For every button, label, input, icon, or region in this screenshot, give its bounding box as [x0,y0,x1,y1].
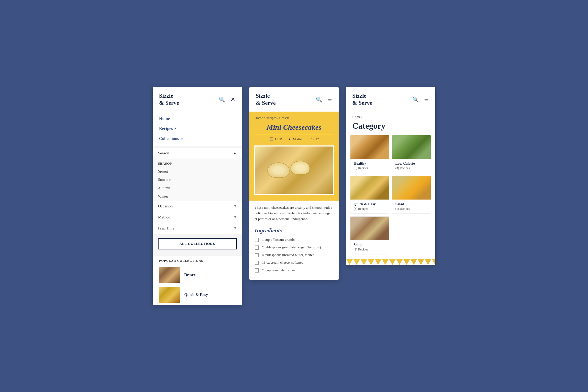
healthy-name: Healthy [354,161,386,166]
recipe-breadcrumb: Home / Recipes / Dessert [255,116,333,120]
recipe-body: These mini cheesecakes are creamy and sm… [249,201,339,280]
popular-item-dessert-name: Dessert [184,273,197,277]
popular-collections: POPULAR COLLECTIONS Dessert Quick & Easy [153,256,242,305]
soup-image [350,217,389,240]
category-search-icon[interactable]: 🔍 [412,96,419,103]
ingredient-checkbox-1[interactable] [255,238,259,242]
dessert-thumbnail [159,267,180,283]
category-card-healthy[interactable]: Healthy (3) Recipes [350,135,389,173]
popular-item-quick-easy[interactable]: Quick & Easy [153,285,242,305]
nav-item-home[interactable]: Home [153,114,242,124]
salad-name: Salad [395,202,428,206]
healthy-info: Healthy (3) Recipes [350,159,389,173]
popular-item-quick-easy-name: Quick & Easy [184,292,208,297]
recipe-header: Sizzle & Serve 🔍 ☰ [249,87,339,112]
recipe-description: These mini cheesecakes are creamy and sm… [255,205,333,222]
cheesecake-image [255,147,333,194]
ingredient-checkbox-2[interactable] [255,245,259,250]
season-items: SEASON Spring Summer Autumn Winter [153,159,242,201]
collections-section: Season ▲ SEASON Spring Summer Autumn Win… [153,146,242,256]
prep-time-arrow: ▼ [234,226,237,230]
category-grid: Healthy (3) Recipes Low Calorie (3) Reci… [346,135,435,259]
season-header[interactable]: Season ▲ [153,148,242,159]
category-header: Sizzle & Serve 🔍 ☰ [346,87,435,112]
quick-easy-count: (3) Recipes [354,207,386,211]
recipe-title: Mini Cheesecakes [255,123,333,132]
low-calorie-count: (3) Recipes [395,166,428,170]
ingredients-title: Ingredients [255,227,333,234]
nav-menu: Home Recipes ▾ Collections ▲ [153,112,242,146]
panel-recipe: Sizzle & Serve 🔍 ☰ Home / Recipes / Dess… [249,87,339,280]
recipe-menu-icon[interactable]: ☰ [327,96,332,103]
prep-time-dropdown: Prep Time ▼ [153,223,242,234]
collections-dropdown-arrow: ▲ [181,137,184,140]
logo-category: Sizzle & Serve [352,92,372,106]
logo-recipe: Sizzle & Serve [256,92,276,106]
all-collections-button[interactable]: ALL COLLECTIONS [158,238,237,249]
category-breadcrumb: Home / [346,112,435,120]
meta-servings: ⏱ 12 [311,137,319,141]
salad-image [392,176,431,200]
category-card-soup[interactable]: Soup (2) Recipes [350,216,389,254]
ingredient-checkbox-5[interactable] [255,268,259,273]
meta-difficulty: ★ Medium [288,137,304,141]
quick-easy-info: Quick & Easy (3) Recipes [350,200,389,213]
popular-item-dessert[interactable]: Dessert [153,265,242,285]
prep-time-header[interactable]: Prep Time ▼ [153,223,242,234]
category-card-salad[interactable]: Salad (1) Recipes [392,176,431,214]
ingredient-checkbox-4[interactable] [255,261,259,265]
recipe-divider [255,135,333,135]
recipe-image-container [254,145,334,195]
clock-icon: ⏳ [269,137,274,141]
season-label: SEASON [153,159,242,167]
popular-collections-title: POPULAR COLLECTIONS [153,256,242,265]
recipe-hero: Home / Recipes / Dessert Mini Cheesecake… [249,112,339,201]
ingredient-1: 1 cup of biscuit crumbs [255,238,333,242]
season-autumn[interactable]: Autumn [153,184,242,192]
season-winter[interactable]: Winter [153,192,242,201]
search-icon[interactable]: 🔍 [218,96,226,103]
low-calorie-info: Low Calorie (3) Recipes [392,159,431,173]
recipe-header-icons: 🔍 ☰ [315,96,332,103]
salad-count: (1) Recipes [395,207,428,211]
recipe-search-icon[interactable]: 🔍 [315,96,323,103]
season-summer[interactable]: Summer [153,176,242,184]
occasion-dropdown: Occasion ▼ [153,201,242,212]
category-card-low-calorie[interactable]: Low Calorie (3) Recipes [392,135,431,173]
ingredient-4: 16 oz cream cheese, softened [255,260,333,265]
nav-header: Sizzle & Serve 🔍 ✕ [153,87,242,112]
category-page-title: Category [346,120,435,135]
season-arrow-up: ▲ [233,151,237,155]
star-icon: ★ [288,137,291,141]
ingredient-2: 2 tablespoons granulated sugar (for crus… [255,245,333,250]
occasion-header[interactable]: Occasion ▼ [153,201,242,212]
healthy-image [350,135,389,159]
servings-icon: ⏱ [311,137,314,141]
ingredient-5: ½ cup granulated sugar [255,268,333,273]
logo: Sizzle & Serve [159,92,179,106]
method-header[interactable]: Method ▼ [153,212,242,223]
ingredient-3: 4 tablespoons unsalted butter, melted [255,253,333,257]
ingredient-checkbox-3[interactable] [255,253,259,257]
season-dropdown-expanded: Season ▲ SEASON Spring Summer Autumn Win… [153,148,242,201]
category-header-icons: 🔍 ☰ [412,96,429,103]
category-menu-icon[interactable]: ☰ [424,96,429,103]
salad-info: Salad (1) Recipes [392,200,431,213]
quick-easy-image [350,176,389,200]
low-calorie-image [392,135,431,159]
occasion-arrow: ▼ [234,204,237,208]
method-arrow: ▼ [234,215,237,219]
screens-container: Sizzle & Serve 🔍 ✕ Home Recipes ▾ Collec… [153,87,435,305]
recipe-main-image [255,147,333,194]
quick-easy-thumbnail [159,287,180,303]
category-card-quick-easy[interactable]: Quick & Easy (3) Recipes [350,176,389,214]
meta-time: ⏳ 1 HR [269,137,282,141]
nav-item-collections[interactable]: Collections ▲ [153,134,242,144]
soup-count: (2) Recipes [354,248,386,252]
nav-item-recipes[interactable]: Recipes ▾ [153,124,242,134]
panel-nav-menu: Sizzle & Serve 🔍 ✕ Home Recipes ▾ Collec… [153,87,242,305]
recipes-dropdown-arrow: ▾ [174,127,176,130]
season-spring[interactable]: Spring [153,167,242,176]
healthy-count: (3) Recipes [354,166,386,170]
close-icon[interactable]: ✕ [230,96,236,103]
